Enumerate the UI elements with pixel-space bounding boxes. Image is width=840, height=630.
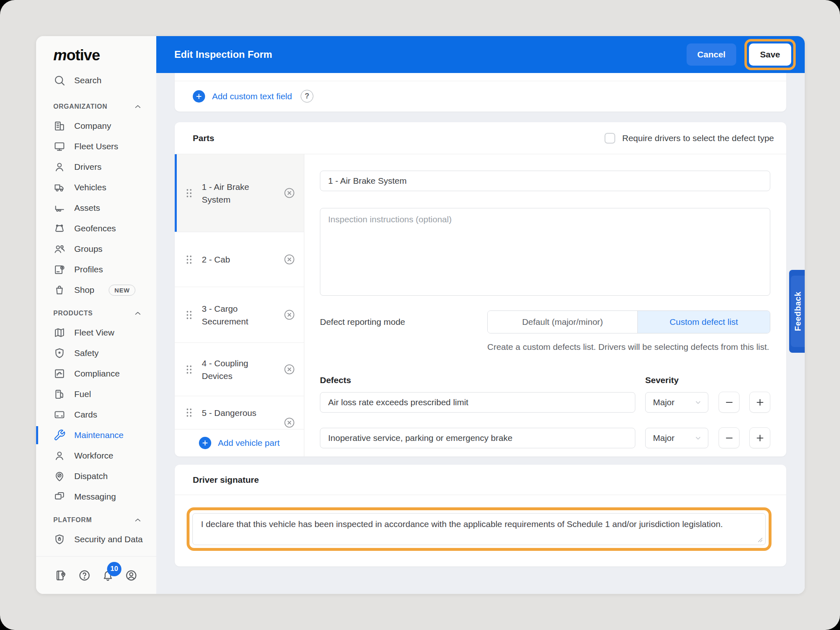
- sidebar-item-messaging[interactable]: Messaging: [36, 486, 156, 507]
- sidebar-item-label: Safety: [74, 348, 99, 358]
- sidebar-item-groups[interactable]: Groups: [36, 239, 156, 259]
- sidebar-item-company[interactable]: Company: [36, 116, 156, 136]
- sidebar-item-label: Drivers: [74, 162, 102, 172]
- sidebar-item-label: Fuel: [74, 389, 91, 399]
- part-detail-pane: Defect reporting mode Default (major/min…: [304, 154, 786, 457]
- part-item-air-brake-system[interactable]: 1 - Air Brake System: [175, 154, 304, 232]
- part-item-coupling-devices[interactable]: 4 - Coupling Devices: [175, 343, 304, 396]
- sidebar-item-vehicles[interactable]: Vehicles: [36, 177, 156, 198]
- shield-lock-icon: [53, 533, 66, 546]
- notifications-bell-icon[interactable]: 10: [101, 568, 115, 582]
- sidebar-item-label: Workforce: [74, 451, 113, 461]
- drag-handle-icon[interactable]: [185, 188, 193, 199]
- sidebar-section-organization[interactable]: ORGANIZATION: [36, 98, 156, 116]
- sidebar-item-geofences[interactable]: Geofences: [36, 218, 156, 239]
- severity-select[interactable]: Major: [645, 428, 708, 448]
- person-icon: [53, 161, 66, 173]
- mode-option-custom-defect-list[interactable]: Custom defect list: [638, 311, 770, 333]
- card-divider: [175, 73, 786, 81]
- part-label: 5 - Dangerous: [202, 406, 274, 419]
- parts-card-header: Parts Require drivers to select the defe…: [175, 122, 786, 154]
- sidebar-item-label: Dispatch: [74, 471, 108, 481]
- sidebar-item-drivers[interactable]: Drivers: [36, 157, 156, 177]
- remove-part-icon[interactable]: [283, 253, 296, 266]
- remove-part-icon[interactable]: [283, 187, 296, 199]
- sidebar-section-platform[interactable]: PLATFORM: [36, 511, 156, 529]
- chevron-down-icon: [694, 434, 703, 443]
- feedback-tab[interactable]: Feedback: [789, 270, 805, 353]
- guide-icon[interactable]: [54, 568, 68, 582]
- remove-defect-button[interactable]: [719, 427, 740, 448]
- drag-handle-icon[interactable]: [185, 310, 193, 320]
- remove-part-icon[interactable]: [283, 363, 296, 376]
- part-item-dangerous[interactable]: 5 - Dangerous: [175, 396, 304, 429]
- driver-signature-card: Driver signature I declare that this veh…: [175, 465, 786, 566]
- sidebar-item-search[interactable]: Search: [36, 70, 156, 91]
- sidebar-item-maintenance[interactable]: Maintenance: [36, 425, 156, 445]
- remove-part-icon[interactable]: [283, 416, 296, 429]
- drag-handle-icon[interactable]: [185, 254, 193, 265]
- driver-signature-title: Driver signature: [175, 465, 786, 495]
- help-icon[interactable]: [78, 568, 91, 582]
- severity-select[interactable]: Major: [645, 392, 708, 413]
- feedback-tab-inner: Feedback: [791, 276, 805, 347]
- sidebar-item-label: Vehicles: [74, 183, 106, 192]
- remove-part-icon[interactable]: [283, 308, 296, 321]
- add-vehicle-part-button[interactable]: Add vehicle part: [175, 429, 304, 457]
- help-tooltip-icon[interactable]: ?: [301, 90, 313, 103]
- sidebar-item-safety[interactable]: Safety: [36, 343, 156, 363]
- sidebar-item-compliance[interactable]: Compliance: [36, 363, 156, 384]
- remove-defect-button[interactable]: [719, 392, 740, 413]
- part-item-cab[interactable]: 2 - Cab: [175, 232, 304, 287]
- driver-signature-textarea[interactable]: I declare that this vehicle has been ins…: [193, 514, 765, 545]
- save-highlight-ring: Save: [744, 39, 796, 70]
- sidebar-item-label: Company: [74, 121, 111, 131]
- add-icon: [199, 437, 211, 449]
- map-icon: [53, 326, 66, 339]
- add-custom-text-field-link[interactable]: Add custom text field: [212, 91, 292, 101]
- shopping-bag-icon: [53, 284, 66, 296]
- sidebar-item-fleet-users[interactable]: Fleet Users: [36, 136, 156, 157]
- app-window: motive Search ORGANIZATION Company: [36, 36, 805, 594]
- sidebar-item-security-and-data[interactable]: Security and Data: [36, 529, 156, 550]
- drag-handle-icon[interactable]: [185, 364, 193, 375]
- geofence-icon: [53, 222, 66, 235]
- compliance-icon: [53, 368, 66, 380]
- building-icon: [53, 120, 66, 132]
- sidebar-section-products[interactable]: PRODUCTS: [36, 304, 156, 322]
- drag-handle-icon[interactable]: [185, 407, 193, 418]
- part-item-cargo-securement[interactable]: 3 - Cargo Securement: [175, 287, 304, 343]
- trailer-icon: [53, 202, 66, 214]
- add-icon: [193, 90, 205, 103]
- add-defect-button[interactable]: [749, 427, 770, 448]
- sidebar-item-assets[interactable]: Assets: [36, 198, 156, 218]
- sidebar-item-fleet-view[interactable]: Fleet View: [36, 322, 156, 343]
- main-area: Edit Inspection Form Cancel Save Add cus…: [156, 36, 805, 594]
- person-icon: [53, 450, 66, 462]
- defect-name-input[interactable]: [320, 428, 635, 448]
- sidebar-item-workforce[interactable]: Workforce: [36, 445, 156, 466]
- add-defect-button[interactable]: [749, 392, 770, 413]
- defects-column-header: Defects: [320, 375, 645, 385]
- sidebar-item-shop[interactable]: Shop NEW: [36, 280, 156, 300]
- cancel-button[interactable]: Cancel: [687, 43, 736, 66]
- sidebar-item-label: Fleet Users: [74, 142, 118, 151]
- parts-list: 1 - Air Brake System 2 - Cab: [175, 154, 304, 457]
- severity-column-header: Severity: [645, 375, 679, 385]
- mode-option-default[interactable]: Default (major/minor): [488, 311, 638, 333]
- part-name-input[interactable]: [320, 171, 770, 191]
- require-defect-type-checkbox[interactable]: [605, 133, 615, 144]
- people-icon: [53, 243, 66, 255]
- save-button[interactable]: Save: [749, 43, 791, 66]
- sidebar-item-fuel[interactable]: Fuel: [36, 384, 156, 404]
- sidebar-item-profiles[interactable]: Profiles: [36, 259, 156, 280]
- sidebar-item-label: Assets: [74, 203, 100, 213]
- account-icon[interactable]: [124, 568, 138, 582]
- new-badge: NEW: [109, 285, 135, 296]
- inspection-instructions-textarea[interactable]: [320, 208, 770, 296]
- sidebar-item-dispatch[interactable]: Dispatch: [36, 466, 156, 486]
- defect-name-input[interactable]: [320, 392, 635, 413]
- sidebar-item-label: Search: [74, 75, 102, 85]
- sidebar-item-cards[interactable]: Cards: [36, 404, 156, 425]
- sidebar-item-label: Cards: [74, 410, 97, 420]
